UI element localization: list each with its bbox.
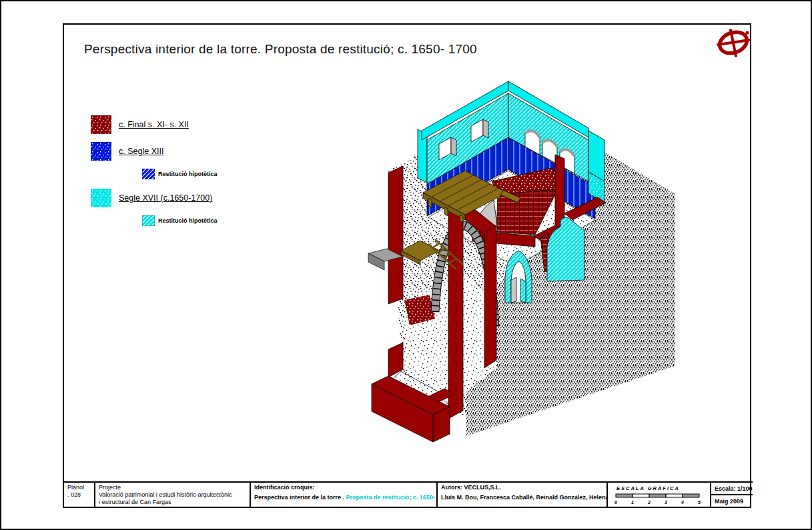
numeric-scale: Escala: 1/100 xyxy=(711,483,753,494)
gallery-window-reveal xyxy=(483,119,488,138)
id-label: Identificació croquis: xyxy=(254,484,433,491)
legend-item-xiii-hypothetical: Restitució hipotètica xyxy=(142,169,218,179)
scale-tick: 3 xyxy=(665,500,667,505)
scale-tick: 1 xyxy=(631,500,634,505)
scale-date-cell: Escala: 1/100 Maig 2009 xyxy=(710,483,753,507)
scale-tick: 0 xyxy=(615,500,617,505)
door-reveal-cyan xyxy=(520,279,526,303)
legend-item-xvii: Segle XVII (c.1650-1700) xyxy=(91,189,218,207)
veclus-logo-icon xyxy=(715,25,753,59)
legend-label: c. Segle XIII xyxy=(119,147,163,156)
sheet-label: Plànol xyxy=(67,484,91,491)
id-text-cyan: Proposta de restitució; c. 1650- 1700 xyxy=(346,494,436,501)
project-line1: Valoració patrimonial i estudi històric-… xyxy=(99,491,246,499)
cyan-speckle-swatch xyxy=(91,189,111,207)
authors-label: Autors: VECLUS,S.L. xyxy=(441,484,603,491)
left-wall-upper xyxy=(388,166,403,304)
blue-hatch-swatch xyxy=(142,169,155,179)
blue-speckle-swatch xyxy=(91,142,111,161)
identification-cell: Identificació croquis: Perspectiva inter… xyxy=(250,483,436,507)
legend-item-xiii: c. Segle XIII xyxy=(91,142,218,161)
legend-label: Restitució hipotètica xyxy=(158,217,218,224)
sheet-number-cell: Plànol . 028 xyxy=(64,483,94,507)
legend: c. Final s. XI- s. XII c. Segle XIII Res… xyxy=(91,115,218,235)
drawing-frame: Perspectiva interior de la torre. Propos… xyxy=(63,23,751,508)
project-cell: Projecte Valoració patrimonial i estudi … xyxy=(94,483,250,507)
title-block: Plànol . 028 Projecte Valoració patrimon… xyxy=(64,481,753,507)
frame-post-right xyxy=(448,200,463,419)
gallery-window-reveal xyxy=(451,137,456,156)
legend-label: Segle XVII (c.1650-1700) xyxy=(119,193,212,203)
cyan-hatch-swatch xyxy=(142,215,155,226)
date: Maig 2009 xyxy=(711,494,753,507)
page-title: Perspectiva interior de la torre. Propos… xyxy=(84,42,477,57)
id-text-black: Perspectiva interior de la torre . xyxy=(254,494,346,501)
legend-item-xi-xii: c. Final s. XI- s. XII xyxy=(91,115,218,134)
door-jamb-gray xyxy=(511,277,516,303)
authors-cell: Autors: VECLUS,S.L. Lluís M. Bou, France… xyxy=(436,483,606,507)
red-speckle-swatch xyxy=(91,115,111,134)
project-line2: i estructural de Can Fargas xyxy=(99,499,246,506)
graphic-scale-label: ESCALA GRÀFICA xyxy=(617,485,707,491)
project-label: Projecte xyxy=(99,484,246,491)
graphic-scale-bar: 0 1 2 3 4 5 xyxy=(611,491,708,506)
authors-names: Lluís M. Bou, Francesca Caballé, Reinald… xyxy=(441,494,603,501)
tower-perspective-drawing xyxy=(363,69,683,449)
legend-item-xvii-hypothetical: Restitució hipotètica xyxy=(142,215,218,226)
sheet-number: . 028 xyxy=(67,491,91,499)
plan-sheet: Perspectiva interior de la torre. Propos… xyxy=(0,0,812,530)
scale-tick: 5 xyxy=(698,500,701,505)
scale-tick: 4 xyxy=(681,500,684,505)
frame-post-mid xyxy=(484,225,496,368)
graphic-scale-cell: ESCALA GRÀFICA 0 1 2 3 4 xyxy=(606,483,710,507)
legend-label: c. Final s. XI- s. XII xyxy=(119,120,189,129)
legend-label: Restitució hipotètica xyxy=(158,171,218,177)
wood-leg xyxy=(428,198,432,208)
scale-tick: 2 xyxy=(647,500,651,505)
